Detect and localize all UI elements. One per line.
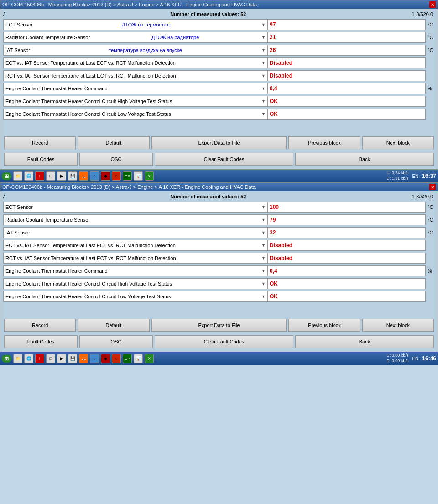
dropdown-ect-1[interactable]: ▼ xyxy=(261,22,266,27)
dropdown-ect-2[interactable]: ▼ xyxy=(261,205,266,209)
taskbar2-icon-8[interactable]: ○ xyxy=(90,354,99,363)
dropdown-highvolt-1[interactable]: ▼ xyxy=(261,99,266,104)
window-title-2: OP-COM150406b - Measuring Blocks> 2013 (… xyxy=(2,184,256,190)
dropdown-lowvolt-2[interactable]: ▼ xyxy=(261,294,266,299)
back-button-2[interactable]: Back xyxy=(295,335,434,348)
dropdown-rct-2[interactable]: ▼ xyxy=(261,218,266,222)
taskbar2-icon-1[interactable]: 📁 xyxy=(13,354,22,363)
field-label-lowvolt-1[interactable]: Engine Coolant Thermostat Heater Control… xyxy=(3,109,268,120)
field-label-ectviat-2[interactable]: ECT vs. IAT Sensor Temperature at Last E… xyxy=(3,240,268,251)
dropdown-thermcmd-2[interactable]: ▼ xyxy=(261,269,266,273)
next-block-button-2[interactable]: Next block xyxy=(362,319,434,332)
close-button-1[interactable]: ✕ xyxy=(429,1,436,8)
taskbar2-icon-6[interactable]: 💾 xyxy=(68,354,77,363)
taskbar-icon-10[interactable]: ○ xyxy=(112,171,121,181)
clear-fault-button-2[interactable]: Clear Fault Codes xyxy=(155,335,293,348)
row-ect-sensor-1: ECT Sensor ДТОЖ на термостате ▼ 97 °C xyxy=(3,19,435,31)
dropdown-iat-2[interactable]: ▼ xyxy=(261,230,266,235)
field-label-thermcmd-2[interactable]: Engine Coolant Thermostat Heater Command… xyxy=(3,265,268,276)
dropdown-thermcmd-1[interactable]: ▼ xyxy=(261,86,266,91)
prev-block-button-1[interactable]: Previous block xyxy=(288,136,360,149)
row-rctviat-2: RCT vs. IAT Sensor Temperature at Last E… xyxy=(3,252,435,264)
dropdown-ectviat-1[interactable]: ▼ xyxy=(261,61,266,65)
taskbar-icon-13[interactable]: X xyxy=(145,171,154,181)
row-rct-2: Radiator Coolant Temperature Sensor ▼ 79… xyxy=(3,214,435,226)
osc-button-2[interactable]: OSC xyxy=(79,335,153,348)
taskbar-icon-7[interactable]: 🦊 xyxy=(79,171,88,181)
record-button-2[interactable]: Record xyxy=(4,319,76,332)
taskbar2-icon-13[interactable]: X xyxy=(145,354,154,363)
taskbar-right-2: U: 0,00 kb/s D: 0,00 kb/s EN 16:46 xyxy=(386,353,436,364)
taskbar2-icon-5[interactable]: ▶ xyxy=(57,354,66,363)
window-title-1: OP-COM 150406b - Measuring Blocks> 2013 … xyxy=(2,2,257,7)
taskbar-icon-2[interactable]: 🌐 xyxy=(24,171,33,181)
unit-iat-2: °C xyxy=(428,230,435,235)
label-rctviat-1: RCT vs. IAT Sensor Temperature at Last E… xyxy=(5,73,176,78)
label-highvolt-2: Engine Coolant Thermostat Heater Control… xyxy=(5,281,172,286)
field-label-highvolt-2[interactable]: Engine Coolant Thermostat Heater Control… xyxy=(3,278,268,289)
taskbar2-icon-2[interactable]: 🌐 xyxy=(24,354,33,363)
default-button-1[interactable]: Default xyxy=(78,136,149,149)
value-iat-2: 32 xyxy=(268,227,426,238)
back-button-1[interactable]: Back xyxy=(295,153,434,166)
taskbar-icon-6[interactable]: 💾 xyxy=(68,171,77,181)
field-label-rctviat-1[interactable]: RCT vs. IAT Sensor Temperature at Last E… xyxy=(3,70,268,81)
field-label-ect-2[interactable]: ECT Sensor ▼ xyxy=(3,202,268,213)
taskbar2-icon-7[interactable]: 🦊 xyxy=(79,354,88,363)
dropdown-iat-1[interactable]: ▼ xyxy=(261,48,266,52)
row-ect-2: ECT Sensor ▼ 100 °C xyxy=(3,201,435,213)
next-block-button-1[interactable]: Next block xyxy=(362,136,434,149)
taskbar2-icon-3[interactable]: ! xyxy=(35,354,44,363)
value-rct-1: 21 xyxy=(268,32,426,43)
default-button-2[interactable]: Default xyxy=(78,319,149,332)
taskbar-icon-11[interactable]: OP xyxy=(123,171,132,181)
export-button-1[interactable]: Export Data to File xyxy=(151,136,287,149)
start-button-1[interactable]: ⊞ xyxy=(2,172,11,180)
taskbar-icon-4[interactable]: □ xyxy=(46,171,55,181)
fault-codes-button-2[interactable]: Fault Codes xyxy=(4,335,78,348)
osc-button-1[interactable]: OSC xyxy=(79,153,153,166)
fault-codes-button-1[interactable]: Fault Codes xyxy=(4,153,78,166)
label-ect-1: ECT Sensor xyxy=(5,22,33,27)
taskbar2-icon-11[interactable]: OP xyxy=(123,354,132,363)
dropdown-rctviat-1[interactable]: ▼ xyxy=(261,73,266,78)
dropdown-rct-1[interactable]: ▼ xyxy=(261,35,266,40)
row-low-volt-1: Engine Coolant Thermostat Heater Control… xyxy=(3,108,435,120)
taskbar-icon-1[interactable]: 📁 xyxy=(13,171,22,181)
dropdown-rctviat-2[interactable]: ▼ xyxy=(261,256,266,260)
taskbar-icon-5[interactable]: ▶ xyxy=(57,171,66,181)
taskbar2-icon-4[interactable]: □ xyxy=(46,354,55,363)
field-label-highvolt-1[interactable]: Engine Coolant Thermostat Heater Control… xyxy=(3,96,268,107)
taskbar2-icon-9[interactable]: ◆ xyxy=(101,354,110,363)
taskbar-icon-12[interactable]: 📊 xyxy=(134,171,143,181)
close-button-2[interactable]: ✕ xyxy=(429,184,436,190)
dropdown-lowvolt-1[interactable]: ▼ xyxy=(261,112,266,116)
dropdown-ectviat-2[interactable]: ▼ xyxy=(261,243,266,248)
window-1: OP-COM 150406b - Measuring Blocks> 2013 … xyxy=(0,0,438,170)
value-rct-2: 79 xyxy=(268,214,426,225)
taskbar-icon-3[interactable]: ! xyxy=(35,171,44,181)
value-thermcmd-1: 0,4 xyxy=(268,83,426,94)
field-label-ect-1[interactable]: ECT Sensor ДТОЖ на термостате ▼ xyxy=(3,19,268,30)
taskbar-right-1: U: 0,54 kb/s D: 1,31 kb/s EN 16:37 xyxy=(386,171,436,181)
field-label-rctviat-2[interactable]: RCT vs. IAT Sensor Temperature at Last E… xyxy=(3,253,268,264)
export-button-2[interactable]: Export Data to File xyxy=(151,319,287,332)
field-label-thermcmd-1[interactable]: Engine Coolant Thermostat Heater Command… xyxy=(3,83,268,94)
value-thermcmd-2: 0,4 xyxy=(268,265,426,276)
field-label-rct-2[interactable]: Radiator Coolant Temperature Sensor ▼ xyxy=(3,214,268,225)
field-label-rct-1[interactable]: Radiator Coolant Temperature Sensor ДТОЖ… xyxy=(3,32,268,43)
taskbar2-icon-10[interactable]: ○ xyxy=(112,354,121,363)
taskbar-icon-9[interactable]: ◆ xyxy=(101,171,110,181)
field-label-ectviat-1[interactable]: ECT vs. IAT Sensor Temperature at Last E… xyxy=(3,57,268,68)
button-row-2-top: Record Default Export Data to File Previ… xyxy=(3,317,435,333)
taskbar-icon-8[interactable]: ○ xyxy=(90,171,99,181)
field-label-lowvolt-2[interactable]: Engine Coolant Thermostat Heater Control… xyxy=(3,291,268,302)
field-label-iat-2[interactable]: IAT Sensor ▼ xyxy=(3,227,268,238)
taskbar2-icon-12[interactable]: 📊 xyxy=(134,354,143,363)
record-button-1[interactable]: Record xyxy=(4,136,76,149)
field-label-iat-1[interactable]: IAT Sensor температура воздуха на впуске… xyxy=(3,45,268,56)
start-button-2[interactable]: ⊞ xyxy=(2,355,11,363)
prev-block-button-2[interactable]: Previous block xyxy=(288,319,360,332)
clear-fault-button-1[interactable]: Clear Fault Codes xyxy=(155,153,293,166)
dropdown-highvolt-2[interactable]: ▼ xyxy=(261,281,266,286)
